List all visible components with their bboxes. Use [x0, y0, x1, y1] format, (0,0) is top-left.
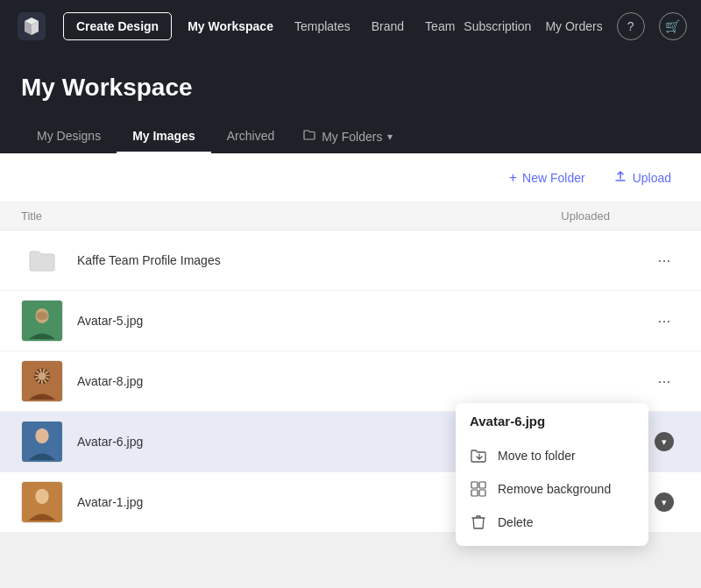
svg-rect-11	[471, 490, 478, 496]
file-thumbnail	[21, 300, 63, 342]
my-orders-link[interactable]: My Orders	[545, 19, 602, 33]
chevron-down-icon: ▾	[387, 131, 393, 143]
upload-label: Upload	[633, 171, 671, 185]
file-name: Avatar-8.jpg	[77, 374, 543, 388]
col-title-header: Title	[21, 209, 540, 223]
logo[interactable]	[18, 12, 46, 40]
file-actions: ···	[648, 369, 680, 393]
nav-link-workspace[interactable]: My Workspace	[179, 14, 282, 39]
page-title: My Workspace	[21, 53, 680, 119]
more-options-button[interactable]: ···	[652, 248, 676, 273]
remove-background-icon	[470, 480, 487, 498]
secondary-navigation: My Workspace My Designs My Images Archiv…	[0, 53, 701, 153]
file-actions: ···	[648, 308, 680, 333]
context-menu: Avatar-6.jpg Move to folder	[456, 403, 648, 546]
cart-icon: 🛒	[665, 19, 680, 33]
new-folder-label: New Folder	[522, 171, 585, 185]
file-thumbnail	[21, 360, 63, 402]
context-menu-remove-background[interactable]: Remove background	[456, 472, 648, 506]
top-navigation: Create Design My Workspace Templates Bra…	[0, 0, 701, 53]
move-to-folder-label: Move to folder	[498, 449, 576, 463]
nav-right: Subscription My Orders ? 🛒 Kaffe K A	[464, 11, 701, 41]
delete-label: Delete	[498, 515, 533, 529]
folder-icon	[302, 128, 316, 145]
tab-bar: My Designs My Images Archived My Folders…	[21, 119, 680, 153]
upload-button[interactable]: Upload	[605, 164, 680, 191]
nav-link-team[interactable]: Team	[416, 14, 464, 39]
chevron-down-badge[interactable]: ▾	[655, 432, 674, 451]
tab-my-images[interactable]: My Images	[117, 120, 211, 153]
svg-point-3	[36, 311, 47, 320]
remove-background-label: Remove background	[498, 482, 611, 496]
svg-rect-10	[479, 482, 485, 488]
chevron-down-icon: ▾	[662, 497, 667, 508]
file-actions: ···	[648, 248, 680, 273]
help-button[interactable]: ?	[617, 12, 645, 40]
plus-icon: +	[509, 170, 517, 186]
chevron-down-badge[interactable]: ▾	[655, 492, 674, 512]
ellipsis-icon: ···	[657, 251, 670, 270]
svg-point-14	[35, 489, 48, 504]
chevron-down-icon: ▾	[662, 436, 667, 448]
ellipsis-icon: ···	[657, 372, 670, 391]
create-design-button[interactable]: Create Design	[63, 12, 172, 40]
table-row[interactable]: Avatar-6.jpg Jun 17, 2019 ▾ Avatar-6.jpg…	[0, 412, 701, 472]
file-actions: ▾	[648, 432, 680, 451]
folder-icon-wrap	[21, 239, 63, 281]
nav-link-brand[interactable]: Brand	[363, 14, 413, 39]
table-row[interactable]: Kaffe Team Profile Images ···	[0, 230, 701, 291]
file-thumbnail	[21, 421, 63, 463]
ellipsis-icon: ···	[657, 312, 670, 330]
context-menu-delete[interactable]: Delete	[456, 506, 648, 539]
question-icon: ?	[627, 19, 634, 33]
tab-my-designs[interactable]: My Designs	[21, 120, 117, 153]
trash-icon	[470, 514, 487, 531]
tab-my-folders[interactable]: My Folders ▾	[290, 119, 405, 153]
col-uploaded-header: Uploaded	[540, 209, 680, 223]
file-name: Avatar-5.jpg	[77, 314, 543, 328]
tab-my-folders-label: My Folders	[322, 130, 382, 144]
new-folder-button[interactable]: + New Folder	[500, 165, 594, 191]
content-toolbar: + New Folder Upload	[0, 153, 701, 202]
main-content: + New Folder Upload Title Uploaded Kaffe…	[0, 153, 701, 533]
file-thumbnail	[21, 481, 63, 523]
nav-link-templates[interactable]: Templates	[286, 14, 359, 39]
cart-button[interactable]: 🛒	[659, 12, 687, 40]
more-options-button[interactable]: ···	[652, 308, 676, 333]
tab-archived[interactable]: Archived	[211, 120, 290, 153]
context-menu-move-to-folder[interactable]: Move to folder	[456, 439, 648, 472]
folder-move-icon	[470, 447, 487, 464]
upload-icon	[613, 169, 627, 186]
context-menu-title: Avatar-6.jpg	[456, 414, 648, 439]
nav-links: My Workspace Templates Brand Team	[179, 14, 464, 39]
svg-rect-12	[479, 490, 485, 496]
file-name: Kaffe Team Profile Images	[77, 253, 543, 267]
table-row[interactable]: Avatar-5.jpg ···	[0, 291, 701, 351]
table-header: Title Uploaded	[0, 202, 701, 230]
more-options-button[interactable]: ···	[652, 369, 676, 393]
svg-point-8	[35, 429, 48, 443]
subscription-link[interactable]: Subscription	[464, 19, 531, 33]
file-actions: ▾	[648, 492, 680, 512]
svg-rect-9	[471, 482, 478, 488]
